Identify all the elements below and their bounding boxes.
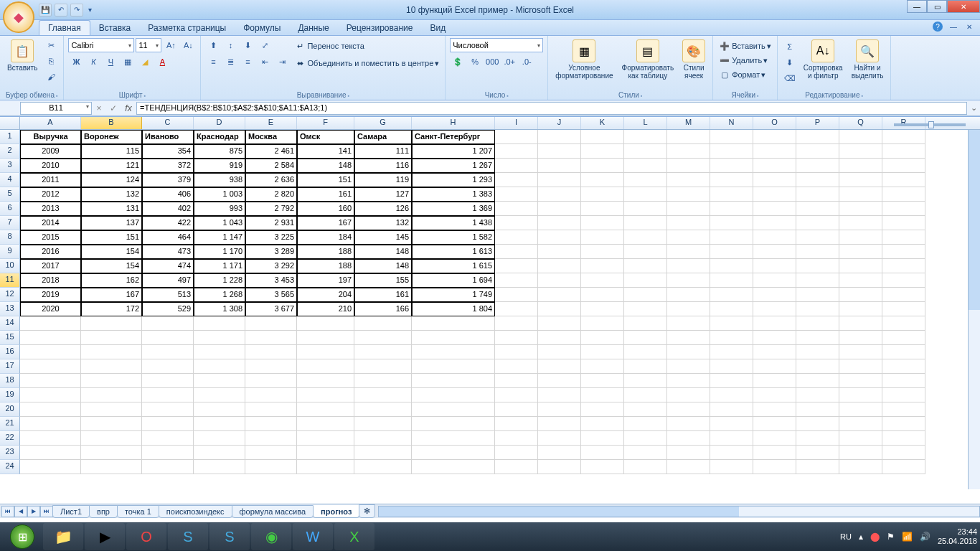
cell-G8[interactable]: 145 xyxy=(354,230,412,245)
cell-R23[interactable] xyxy=(882,446,925,460)
cell-G19[interactable] xyxy=(354,388,412,402)
tray-network-icon[interactable]: 📶 xyxy=(902,532,913,542)
cell-E9[interactable]: 3 289 xyxy=(245,245,297,259)
number-format-combo[interactable]: Числовой▾ xyxy=(450,38,543,52)
cell-R14[interactable] xyxy=(882,316,925,331)
cell-J20[interactable] xyxy=(538,402,581,417)
cell-L1[interactable] xyxy=(624,130,667,144)
merge-center-button[interactable]: ⬌Объединить и поместить в центре ▾ xyxy=(293,57,440,70)
tab-last-icon[interactable]: ⏭ xyxy=(40,506,53,517)
cell-Q24[interactable] xyxy=(839,460,882,474)
cell-C21[interactable] xyxy=(142,417,194,431)
save-icon[interactable]: 💾 xyxy=(39,4,52,17)
cell-N19[interactable] xyxy=(710,388,753,402)
inner-close-icon[interactable]: ✕ xyxy=(964,22,974,32)
cell-N22[interactable] xyxy=(710,431,753,446)
cell-R2[interactable] xyxy=(882,144,925,159)
cell-R3[interactable] xyxy=(882,159,925,173)
cell-L14[interactable] xyxy=(624,316,667,331)
cell-O8[interactable] xyxy=(753,230,796,245)
cell-K2[interactable] xyxy=(581,144,624,159)
cell-H1[interactable]: Санкт-Петербург xyxy=(412,130,495,144)
cell-G20[interactable] xyxy=(354,402,412,417)
find-select-button[interactable]: 🔍Найти и выделить xyxy=(849,38,887,81)
cell-D24[interactable] xyxy=(194,460,245,474)
cell-J18[interactable] xyxy=(538,374,581,388)
row-header-24[interactable]: 24 xyxy=(0,460,20,474)
percent-icon[interactable]: % xyxy=(467,55,483,69)
cell-B17[interactable] xyxy=(81,359,142,374)
cell-J10[interactable] xyxy=(538,259,581,273)
cell-K23[interactable] xyxy=(581,446,624,460)
cell-M13[interactable] xyxy=(667,302,710,316)
cell-Q11[interactable] xyxy=(839,273,882,288)
cell-Q22[interactable] xyxy=(839,431,882,446)
cell-F21[interactable] xyxy=(297,417,354,431)
cell-J7[interactable] xyxy=(538,216,581,230)
cell-L20[interactable] xyxy=(624,402,667,417)
cell-E3[interactable]: 2 584 xyxy=(245,159,297,173)
cell-Q16[interactable] xyxy=(839,345,882,359)
cell-A17[interactable] xyxy=(20,359,81,374)
cell-B4[interactable]: 124 xyxy=(81,173,142,187)
col-header-A[interactable]: A xyxy=(20,117,81,129)
row-header-15[interactable]: 15 xyxy=(0,331,20,345)
col-header-J[interactable]: J xyxy=(538,117,581,129)
redo-icon[interactable]: ↷ xyxy=(70,4,83,17)
paste-button[interactable]: 📋 Вставить xyxy=(4,38,40,73)
col-header-L[interactable]: L xyxy=(624,117,667,129)
cell-P19[interactable] xyxy=(796,388,839,402)
cell-N21[interactable] xyxy=(710,417,753,431)
cell-L3[interactable] xyxy=(624,159,667,173)
cell-C3[interactable]: 372 xyxy=(142,159,194,173)
cell-Q1[interactable] xyxy=(839,130,882,144)
cell-Q13[interactable] xyxy=(839,302,882,316)
cell-I5[interactable] xyxy=(495,187,538,202)
cell-O18[interactable] xyxy=(753,374,796,388)
cell-H9[interactable]: 1 613 xyxy=(412,245,495,259)
cell-O24[interactable] xyxy=(753,460,796,474)
cell-F9[interactable]: 188 xyxy=(297,245,354,259)
cell-N5[interactable] xyxy=(710,187,753,202)
cell-A13[interactable]: 2020 xyxy=(20,302,81,316)
cell-K11[interactable] xyxy=(581,273,624,288)
cell-D12[interactable]: 1 268 xyxy=(194,288,245,302)
shrink-font-icon[interactable]: A↓ xyxy=(180,38,196,52)
cell-C12[interactable]: 513 xyxy=(142,288,194,302)
cell-B12[interactable]: 167 xyxy=(81,288,142,302)
cell-P13[interactable] xyxy=(796,302,839,316)
row-header-17[interactable]: 17 xyxy=(0,359,20,374)
cell-M22[interactable] xyxy=(667,431,710,446)
cell-I6[interactable] xyxy=(495,202,538,216)
cell-Q4[interactable] xyxy=(839,173,882,187)
office-button[interactable]: ◆ xyxy=(3,1,34,33)
col-header-C[interactable]: C xyxy=(142,117,194,129)
cell-I1[interactable] xyxy=(495,130,538,144)
maximize-button[interactable]: ▭ xyxy=(927,0,947,13)
cell-O19[interactable] xyxy=(753,388,796,402)
sort-filter-button[interactable]: A↓Сортировка и фильтр xyxy=(801,38,846,81)
font-color-icon[interactable]: A xyxy=(154,55,170,69)
cell-I20[interactable] xyxy=(495,402,538,417)
cell-B22[interactable] xyxy=(81,431,142,446)
cell-A15[interactable] xyxy=(20,331,81,345)
cell-B23[interactable] xyxy=(81,446,142,460)
cell-H15[interactable] xyxy=(412,331,495,345)
cell-R21[interactable] xyxy=(882,417,925,431)
cell-B24[interactable] xyxy=(81,460,142,474)
cell-P18[interactable] xyxy=(796,374,839,388)
cell-J6[interactable] xyxy=(538,202,581,216)
task-skype1[interactable]: S xyxy=(168,523,208,550)
cell-K16[interactable] xyxy=(581,345,624,359)
cell-P7[interactable] xyxy=(796,216,839,230)
cell-O21[interactable] xyxy=(753,417,796,431)
cell-F18[interactable] xyxy=(297,374,354,388)
cell-E14[interactable] xyxy=(245,316,297,331)
tab-first-icon[interactable]: ⏮ xyxy=(1,506,14,517)
cell-M23[interactable] xyxy=(667,446,710,460)
cell-L12[interactable] xyxy=(624,288,667,302)
cell-C1[interactable]: Иваново xyxy=(142,130,194,144)
cell-Q23[interactable] xyxy=(839,446,882,460)
cell-A10[interactable]: 2017 xyxy=(20,259,81,273)
vertical-scrollbar[interactable] xyxy=(968,130,980,489)
